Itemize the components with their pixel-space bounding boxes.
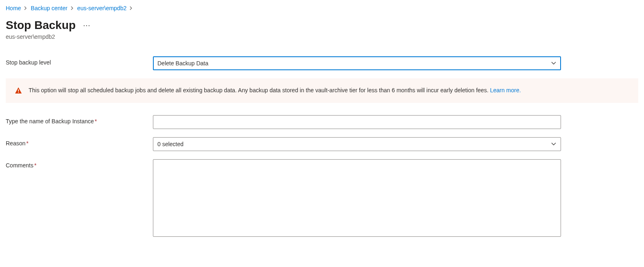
dropdown-value: 0 selected (157, 141, 551, 147)
instance-name-label: Type the name of Backup Instance* (6, 115, 153, 125)
warning-triangle-icon (15, 87, 22, 94)
required-indicator: * (34, 162, 36, 169)
learn-more-link[interactable]: Learn more. (490, 87, 521, 93)
instance-name-input[interactable] (153, 115, 561, 129)
stop-backup-level-row: Stop backup level Delete Backup Data (6, 56, 638, 70)
reason-dropdown[interactable]: 0 selected (153, 137, 561, 151)
stop-backup-level-label: Stop backup level (6, 56, 153, 66)
instance-name-row: Type the name of Backup Instance* (6, 115, 638, 129)
reason-row: Reason* 0 selected (6, 137, 638, 151)
reason-label: Reason* (6, 137, 153, 147)
breadcrumb-home[interactable]: Home (6, 5, 21, 11)
warning-body: This option will stop all scheduled back… (29, 87, 490, 93)
breadcrumb: Home Backup center eus-server\empdb2 (6, 5, 638, 11)
comments-textarea[interactable] (153, 159, 561, 237)
comments-label: Comments* (6, 159, 153, 169)
required-indicator: * (95, 118, 97, 125)
chevron-right-icon (24, 5, 27, 11)
page-title: Stop Backup (6, 19, 76, 32)
warning-message: This option will stop all scheduled back… (6, 78, 638, 103)
comments-row: Comments* (6, 159, 638, 238)
breadcrumb-resource[interactable]: eus-server\empdb2 (77, 5, 127, 11)
more-actions-icon[interactable]: ··· (83, 21, 90, 30)
dropdown-value: Delete Backup Data (157, 60, 551, 67)
svg-rect-1 (18, 92, 19, 93)
page-subtitle: eus-server\empdb2 (6, 33, 638, 40)
svg-rect-0 (18, 89, 19, 91)
stop-backup-level-dropdown[interactable]: Delete Backup Data (153, 56, 561, 70)
chevron-right-icon (71, 5, 74, 11)
page-header: Stop Backup ··· (6, 19, 638, 32)
breadcrumb-backup-center[interactable]: Backup center (31, 5, 67, 11)
chevron-down-icon (551, 60, 556, 66)
chevron-right-icon (130, 5, 133, 11)
required-indicator: * (26, 140, 28, 147)
warning-text: This option will stop all scheduled back… (29, 87, 521, 95)
chevron-down-icon (551, 141, 556, 147)
